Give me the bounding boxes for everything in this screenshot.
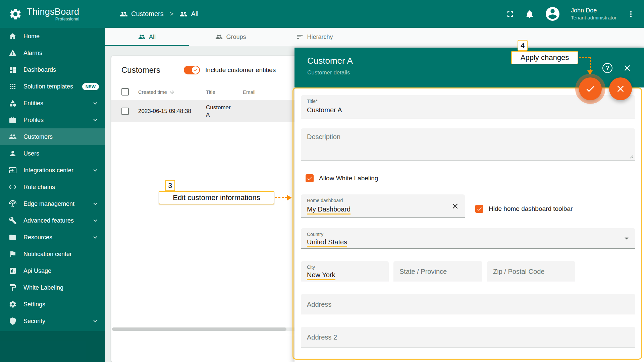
user-info: John Doe Tenant administrator <box>571 7 616 21</box>
sidebar-item-notification-center[interactable]: Notification center <box>0 246 105 262</box>
sidebar-item-settings[interactable]: Settings <box>0 296 105 313</box>
chevron-down-icon <box>92 100 99 107</box>
tab-all[interactable]: All <box>105 28 189 46</box>
sidebar-item-advanced-features[interactable]: Advanced features <box>0 212 105 229</box>
sidebar-item-label: Resources <box>23 234 52 241</box>
scrollbar-thumb[interactable] <box>112 327 286 331</box>
sidebar-item-label: White Labeling <box>23 284 63 291</box>
tab-groups[interactable]: Groups <box>189 28 273 46</box>
dropdown-arrow-icon[interactable] <box>622 234 631 243</box>
apply-changes-button[interactable] <box>579 77 602 100</box>
sidebar-item-entities[interactable]: Entities <box>0 95 105 112</box>
select-all-checkbox[interactable] <box>121 88 129 96</box>
column-created-time[interactable]: Created time <box>138 89 206 95</box>
annotation-step-3-number: 3 <box>165 180 175 191</box>
rule-chains-icon <box>9 183 17 191</box>
column-email[interactable]: Email <box>243 89 256 95</box>
tab-groups-label: Groups <box>226 34 246 41</box>
column-created-time-label: Created time <box>138 89 167 95</box>
sidebar-item-solution-templates[interactable]: Solution templatesNEW <box>0 78 105 95</box>
city-value: New York <box>307 271 335 280</box>
annotation-step-4-number: 4 <box>518 40 528 51</box>
sidebar-item-label: Customers <box>23 133 53 140</box>
home-icon <box>9 32 17 40</box>
sidebar-item-api-usage[interactable]: Api Usage <box>0 262 105 279</box>
sidebar-item-label: Settings <box>23 301 45 308</box>
row-checkbox[interactable] <box>121 108 129 115</box>
help-button[interactable]: ? <box>602 63 612 73</box>
clear-dashboard-button[interactable] <box>451 202 460 210</box>
checkbox-checked <box>306 174 314 182</box>
description-field[interactable]: Description <box>301 128 635 161</box>
hide-home-dashboard-toolbar-checkbox[interactable]: Hide home dashboard toolbar <box>475 205 573 213</box>
sidebar-item-profiles[interactable]: Profiles <box>0 112 105 128</box>
allow-white-labeling-checkbox[interactable]: Allow White Labeling <box>306 174 378 182</box>
sidebar-item-label: Rule chains <box>23 184 55 191</box>
sidebar-item-integrations-center[interactable]: Integrations center <box>0 162 105 179</box>
sidebar-item-customers[interactable]: Customers <box>0 128 105 145</box>
close-drawer-button[interactable] <box>623 63 632 73</box>
sidebar-item-resources[interactable]: Resources <box>0 229 105 246</box>
entities-icon <box>9 99 17 107</box>
city-label: City <box>307 264 383 270</box>
top-header: ThingsBoard Professional Customers > All… <box>0 0 644 28</box>
chevron-down-icon <box>92 167 99 174</box>
annotation-step-3-connector <box>275 197 287 198</box>
customers-icon <box>9 133 17 141</box>
sort-descending-icon[interactable] <box>169 89 175 95</box>
overflow-menu-icon[interactable] <box>627 10 635 18</box>
drawer-subtitle: Customer details <box>307 69 644 76</box>
cancel-changes-button[interactable] <box>609 77 632 100</box>
country-select[interactable]: Country United States <box>301 228 635 249</box>
toggle-thumb <box>192 66 199 74</box>
check-icon <box>307 175 313 181</box>
sidebar-item-white-labeling[interactable]: White Labeling <box>0 279 105 296</box>
breadcrumb: Customers > All <box>120 10 199 18</box>
state-province-placeholder: State / Province <box>399 268 447 276</box>
cell-created-time: 2023-06-15 09:48:38 <box>138 108 206 115</box>
app-root: ThingsBoard Professional Customers > All… <box>0 0 644 362</box>
sidebar-item-rule-chains[interactable]: Rule chains <box>0 179 105 195</box>
chevron-down-icon <box>92 317 99 325</box>
city-field[interactable]: City New York <box>301 261 389 282</box>
tab-hierarchy[interactable]: Hierarchy <box>273 28 357 46</box>
brand-subtitle: Professional <box>27 16 79 21</box>
breadcrumb-section[interactable]: Customers <box>131 10 164 18</box>
sidebar-item-security[interactable]: Security <box>0 313 105 329</box>
description-placeholder: Description <box>307 133 340 140</box>
avatar[interactable] <box>544 6 561 22</box>
sidebar-item-alarms[interactable]: Alarms <box>0 45 105 61</box>
sidebar-item-edge-management[interactable]: Edge management <box>0 195 105 212</box>
brand-name: ThingsBoard <box>27 7 79 17</box>
header-actions: John Doe Tenant administrator <box>505 6 644 22</box>
country-label: Country <box>307 232 629 237</box>
thingsboard-logo-icon <box>9 7 22 21</box>
address2-field[interactable]: Address 2 <box>301 327 635 348</box>
check-icon <box>585 83 596 94</box>
column-title[interactable]: Title <box>206 89 243 95</box>
breadcrumb-separator: > <box>170 10 174 18</box>
customers-breadcrumb-icon <box>120 10 128 18</box>
sidebar-item-users[interactable]: Users <box>0 145 105 162</box>
resources-icon <box>9 233 17 241</box>
brand: ThingsBoard Professional <box>0 7 105 21</box>
include-customer-entities-toggle[interactable] <box>184 66 200 74</box>
fullscreen-icon[interactable] <box>505 9 515 19</box>
notifications-bell-icon[interactable] <box>525 9 534 19</box>
user-role: Tenant administrator <box>571 14 616 21</box>
state-province-field[interactable]: State / Province <box>393 261 482 282</box>
address-field[interactable]: Address <box>301 294 635 315</box>
annotation-step-4-arrow <box>587 70 593 75</box>
security-icon <box>9 317 17 325</box>
sidebar-item-label: Solution templates <box>23 83 73 90</box>
sidebar-item-label: Security <box>23 318 45 325</box>
resize-handle-icon[interactable] <box>629 154 633 159</box>
zip-postal-code-field[interactable]: Zip / Postal Code <box>487 261 575 282</box>
sidebar-item-dashboards[interactable]: Dashboards <box>0 61 105 78</box>
annotation-step-4-label: Apply changes <box>511 51 578 64</box>
home-dashboard-field[interactable]: Home dashboard My Dashboard <box>301 194 465 218</box>
sidebar-item-home[interactable]: Home <box>0 28 105 45</box>
allow-white-labeling-label: Allow White Labeling <box>319 175 378 182</box>
chevron-down-icon <box>92 200 99 207</box>
sidebar: Home Alarms Dashboards Solution template… <box>0 28 105 362</box>
